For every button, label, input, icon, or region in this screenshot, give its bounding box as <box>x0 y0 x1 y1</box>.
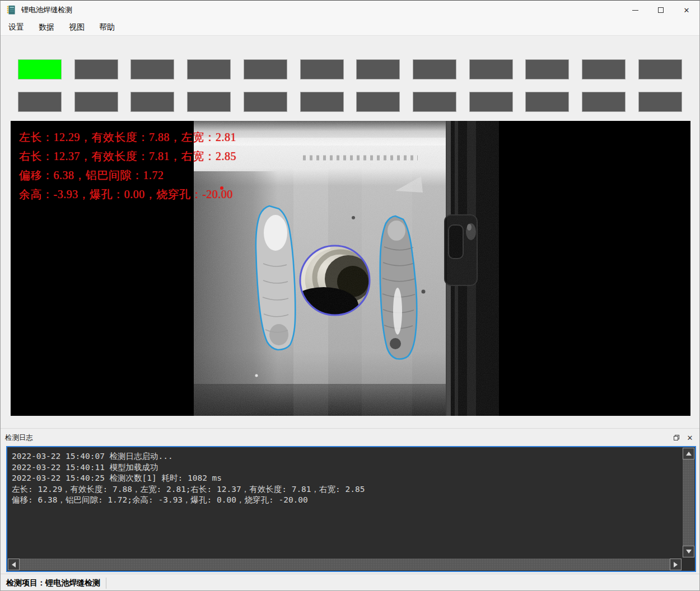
log-line-2: 2022-03-22 15:40:11 模型加载成功 <box>12 462 677 473</box>
indicator-row-1 <box>18 59 682 79</box>
indicator-1-1[interactable] <box>18 59 62 79</box>
indicator-2-8[interactable] <box>413 92 456 112</box>
menu-item-3[interactable]: 视图 <box>67 21 87 34</box>
overlay-line-4: 余高：-3.93，爆孔：0.00，烧穿孔：-20.00 <box>19 187 233 201</box>
log-dock: 检测日志 ✕ 2022-03-22 15:40:07 检测日志启动...2022… <box>1 428 699 574</box>
scroll-down-button[interactable] <box>683 546 694 557</box>
float-icon <box>673 434 680 441</box>
minimize-icon <box>632 10 638 11</box>
log-line-5: 偏移: 6.38，铝巴间隙: 1.72;余高: -3.93，爆孔: 0.00，烧… <box>12 495 677 506</box>
horizontal-scroll-track[interactable] <box>20 559 670 570</box>
indicator-1-2[interactable] <box>74 59 118 79</box>
dock-close-icon: ✕ <box>687 434 693 442</box>
close-button[interactable]: ✕ <box>674 1 699 20</box>
log-viewport[interactable]: 2022-03-22 15:40:07 检测日志启动...2022-03-22 … <box>6 446 696 572</box>
overlay-line-3: 偏移：6.38，铝巴间隙：1.72 <box>19 168 164 182</box>
menu-bar: 设置数据视图帮助 <box>1 20 699 36</box>
status-bar: 检测项目：锂电池焊缝检测 <box>1 574 699 591</box>
scroll-up-button[interactable] <box>683 448 694 459</box>
dock-float-button[interactable] <box>671 433 682 443</box>
log-horizontal-scrollbar[interactable] <box>8 559 682 570</box>
menu-item-4[interactable]: 帮助 <box>97 21 117 34</box>
arrow-right-icon <box>674 562 678 567</box>
indicator-2-11[interactable] <box>582 92 626 112</box>
image-viewer[interactable]: 左长：12.29，有效长度：7.88，左宽：2.81右长：12.37，有效长度：… <box>11 121 690 416</box>
indicator-2-12[interactable] <box>638 92 682 112</box>
window-controls: ✕ <box>622 1 699 20</box>
menu-item-1[interactable]: 设置 <box>6 21 26 34</box>
close-icon: ✕ <box>684 7 690 14</box>
indicator-1-3[interactable] <box>130 59 174 79</box>
indicator-2-1[interactable] <box>18 92 62 112</box>
indicator-2-5[interactable] <box>244 92 287 112</box>
indicator-1-12[interactable] <box>638 59 682 79</box>
arrow-left-icon <box>12 562 16 567</box>
log-vertical-scrollbar[interactable] <box>683 448 694 557</box>
indicator-1-6[interactable] <box>300 59 344 79</box>
scroll-left-button[interactable] <box>8 559 20 570</box>
indicator-row-2 <box>18 92 682 112</box>
indicator-1-9[interactable] <box>469 59 513 79</box>
indicator-1-11[interactable] <box>582 59 626 79</box>
indicator-1-8[interactable] <box>413 59 456 79</box>
minimize-button[interactable] <box>622 1 648 20</box>
overlay-line-2: 右长：12.37，有效长度：7.81，右宽：2.85 <box>19 149 236 163</box>
title-bar: 锂电池焊缝检测 ✕ <box>1 1 699 20</box>
indicator-2-9[interactable] <box>469 92 513 112</box>
log-line-3: 2022-03-22 15:40:25 检测次数[1] 耗时: 1082 ms <box>12 473 677 484</box>
vertical-scroll-track[interactable] <box>683 459 694 546</box>
menu-item-2[interactable]: 数据 <box>36 21 57 34</box>
log-text: 2022-03-22 15:40:07 检测日志启动...2022-03-22 … <box>12 451 677 556</box>
maximize-button[interactable] <box>648 1 674 20</box>
indicator-2-4[interactable] <box>187 92 231 112</box>
defect-marker-dot <box>220 186 223 190</box>
log-dock-title: 检测日志 <box>5 433 33 443</box>
dock-close-button[interactable]: ✕ <box>685 433 695 443</box>
indicator-1-7[interactable] <box>356 59 400 79</box>
indicator-1-10[interactable] <box>525 59 569 79</box>
arrow-up-icon <box>686 452 692 456</box>
indicator-2-3[interactable] <box>130 92 174 112</box>
indicator-1-5[interactable] <box>244 59 287 79</box>
indicator-2-6[interactable] <box>300 92 344 112</box>
log-line-1: 2022-03-22 15:40:07 检测日志启动... <box>12 451 677 462</box>
status-separator <box>106 578 106 589</box>
arrow-down-icon <box>686 550 692 554</box>
indicator-2-7[interactable] <box>356 92 400 112</box>
log-line-4: 左长: 12.29，有效长度: 7.88，左宽: 2.81;右长: 12.37，… <box>12 484 677 495</box>
overlay-line-1: 左长：12.29，有效长度：7.88，左宽：2.81 <box>19 130 236 144</box>
scroll-right-button[interactable] <box>670 559 682 570</box>
maximize-icon <box>658 7 664 13</box>
indicator-2-10[interactable] <box>525 92 569 112</box>
project-label: 检测项目：锂电池焊缝检测 <box>6 578 100 588</box>
inspection-photo <box>194 121 499 416</box>
indicator-2-2[interactable] <box>74 92 118 112</box>
app-icon <box>6 5 16 15</box>
window-title: 锂电池焊缝检测 <box>21 5 72 15</box>
indicator-1-4[interactable] <box>187 59 231 79</box>
log-dock-header: 检测日志 ✕ <box>1 429 699 446</box>
